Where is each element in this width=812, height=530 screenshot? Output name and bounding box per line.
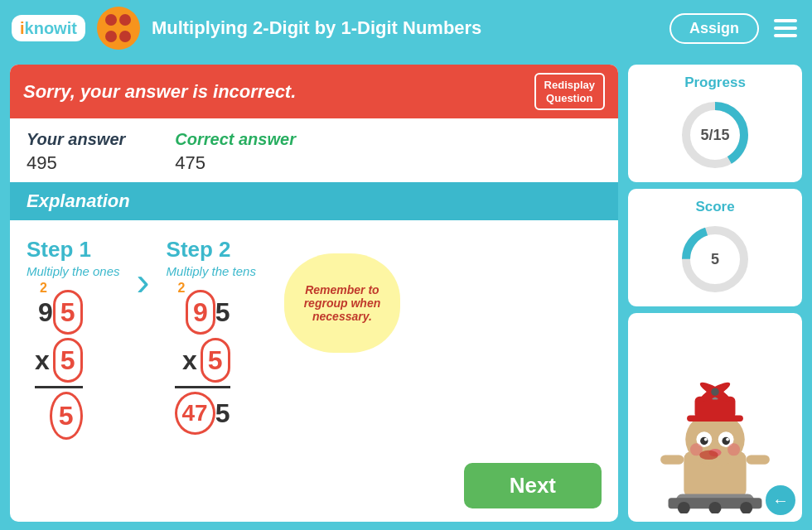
progress-label: Progress	[684, 75, 746, 91]
score-value: 5	[711, 251, 719, 268]
your-answer-value: 495	[27, 152, 57, 173]
progress-card: Progress 5/15	[628, 65, 802, 182]
header: iknowit Multiplying 2-Digit by 1-Digit N…	[0, 0, 812, 56]
assign-button[interactable]: Assign	[669, 13, 759, 44]
step-chevron-icon: ›	[137, 262, 150, 301]
content-area: Sorry, your answer is incorrect. Redispl…	[10, 65, 618, 522]
correct-answer-value: 475	[175, 152, 205, 173]
svg-rect-23	[747, 455, 770, 464]
redisplay-question-button[interactable]: RedisplayQuestion	[534, 73, 605, 110]
svg-point-16	[704, 438, 708, 441]
svg-point-11	[711, 388, 718, 395]
step2-math: 2 9 5 x 5	[175, 290, 230, 435]
logo: iknowit	[12, 15, 85, 41]
score-label: Score	[695, 199, 734, 215]
step-1-title: Step 1	[27, 237, 91, 263]
explanation-header: Explanation	[10, 182, 618, 220]
page-title: Multiplying 2-Digit by 1-Digit Numbers	[152, 17, 658, 39]
step1-math: 2 9 5 x 5	[35, 290, 83, 440]
steps-area: Step 1 Multiply the ones 2 9 5 x	[10, 220, 618, 463]
back-arrow-button[interactable]: ←	[766, 485, 795, 515]
remember-box: Remember to regroup when necessary.	[284, 253, 400, 353]
incorrect-message: Sorry, your answer is incorrect.	[23, 81, 296, 103]
svg-point-17	[726, 438, 729, 441]
step-2: Step 2 Multiply the tens 2 9 5 x	[167, 237, 256, 435]
score-card: Score 5	[628, 189, 802, 306]
mascot-card: ←	[628, 313, 802, 522]
next-button-wrap: Next	[10, 463, 618, 522]
step-2-title: Step 2	[167, 237, 231, 263]
remember-text: Remember to regroup when necessary.	[292, 283, 392, 323]
step-1: Step 1 Multiply the ones 2 9 5 x	[27, 237, 120, 440]
next-button[interactable]: Next	[464, 463, 602, 508]
menu-button[interactable]	[771, 16, 800, 41]
mascot-icon	[649, 381, 781, 513]
answer-section: Your answer 495 Correct answer 475	[10, 118, 618, 182]
svg-point-20	[727, 443, 740, 455]
right-panel: Progress 5/15 Score 5	[628, 65, 802, 522]
incorrect-banner: Sorry, your answer is incorrect. Redispl…	[10, 65, 618, 118]
progress-value: 5/15	[700, 127, 729, 144]
your-answer-col: Your answer 495	[27, 130, 125, 174]
main-content: Sorry, your answer is incorrect. Redispl…	[0, 56, 812, 530]
film-reel-icon	[97, 7, 140, 50]
correct-answer-label: Correct answer	[175, 130, 296, 149]
svg-rect-22	[660, 455, 684, 464]
svg-point-14	[700, 437, 708, 445]
step-2-subtitle: Multiply the tens	[167, 264, 256, 278]
correct-answer-col: Correct answer 475	[175, 130, 296, 174]
your-answer-label: Your answer	[27, 130, 125, 149]
progress-donut: 5/15	[678, 98, 752, 172]
svg-point-15	[722, 437, 729, 445]
step-1-subtitle: Multiply the ones	[27, 264, 120, 278]
svg-point-21	[699, 450, 718, 460]
score-donut: 5	[678, 222, 752, 296]
